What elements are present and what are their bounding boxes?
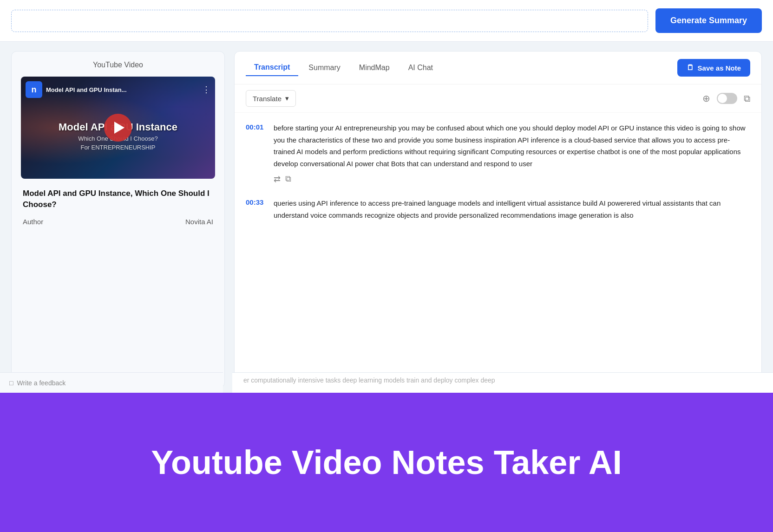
bottom-transcript-partial: er computationally intensive tasks deep … — [232, 372, 773, 393]
right-panel-header: Transcript Summary MindMap AI Chat 🗒 Sav… — [235, 52, 761, 84]
main-content: YouTube Video n Model API and GPU Instan… — [0, 42, 773, 397]
left-panel: YouTube Video n Model API and GPU Instan… — [11, 51, 225, 388]
video-top-title: Model API and GPU Instan... — [46, 86, 198, 93]
top-bar: https://www.youtube.com/watch?v=XKw8CgC5… — [0, 0, 773, 42]
translate-chevron-icon: ▾ — [285, 94, 289, 103]
tabs-row: Transcript Summary MindMap AI Chat — [246, 59, 441, 76]
video-menu-dots-icon[interactable]: ⋮ — [202, 84, 210, 95]
promo-banner: Youtube Video Notes Taker AI — [0, 393, 773, 532]
toolbar-right: ⊕ ⧉ — [702, 93, 750, 104]
url-input-wrapper[interactable]: https://www.youtube.com/watch?v=XKw8CgC5… — [11, 10, 648, 32]
transcript-time-1[interactable]: 00:01 — [246, 123, 264, 184]
video-title: Model API and GPU Instance, Which One Sh… — [23, 188, 213, 210]
translate-label: Translate — [253, 95, 282, 103]
tab-ai-chat[interactable]: AI Chat — [400, 60, 441, 76]
save-note-label: Save as Note — [698, 64, 741, 72]
transcript-text-1: before starting your AI entrepreneurship… — [274, 122, 750, 169]
url-input[interactable]: https://www.youtube.com/watch?v=XKw8CgC5… — [20, 17, 639, 25]
translate-button[interactable]: Translate ▾ — [246, 90, 296, 107]
video-author-row: Author Novita AI — [23, 218, 213, 226]
author-label: Author — [23, 218, 43, 226]
transcript-actions-1: ⇄ ⧉ — [274, 174, 750, 184]
tab-summary[interactable]: Summary — [300, 60, 348, 76]
feedback-icon: □ — [9, 379, 13, 387]
tab-mindmap[interactable]: MindMap — [351, 60, 398, 76]
left-panel-title: YouTube Video — [21, 61, 215, 69]
generate-summary-button[interactable]: Generate Summary — [655, 8, 762, 33]
video-logo: n — [26, 81, 42, 98]
save-note-button[interactable]: 🗒 Save as Note — [677, 59, 750, 77]
transcript-text-wrapper-1: before starting your AI entrepreneurship… — [274, 122, 750, 184]
feedback-label[interactable]: Write a feedback — [17, 379, 66, 387]
toggle-switch[interactable] — [717, 93, 737, 104]
tab-transcript[interactable]: Transcript — [246, 59, 298, 76]
transcript-content: 00:01 before starting your AI entreprene… — [235, 113, 761, 388]
copy-segment-icon[interactable]: ⧉ — [285, 174, 291, 184]
target-icon[interactable]: ⊕ — [702, 93, 710, 104]
video-subtitle-2: For ENTREPRENEURSHIP — [21, 144, 215, 151]
copy-icon[interactable]: ⧉ — [744, 93, 750, 104]
right-panel-toolbar: Translate ▾ ⊕ ⧉ — [235, 84, 761, 113]
author-name: Novita AI — [185, 218, 213, 226]
transcript-text-2: queries using API inference to access pr… — [274, 197, 750, 221]
transcript-entry-2: 00:33 queries using API inference to acc… — [246, 197, 750, 221]
right-panel: Transcript Summary MindMap AI Chat 🗒 Sav… — [234, 51, 762, 388]
video-info: Model API and GPU Instance, Which One Sh… — [21, 188, 215, 226]
translate-segment-icon[interactable]: ⇄ — [274, 174, 281, 184]
video-top-bar: n Model API and GPU Instan... ⋮ — [26, 81, 210, 98]
promo-title: Youtube Video Notes Taker AI — [151, 443, 622, 481]
video-thumbnail[interactable]: n Model API and GPU Instan... ⋮ Model AP… — [21, 77, 215, 179]
transcript-entry-1: 00:01 before starting your AI entreprene… — [246, 122, 750, 184]
save-note-icon: 🗒 — [687, 64, 694, 72]
feedback-bar: □ Write a feedback — [0, 372, 223, 393]
transcript-time-2[interactable]: 00:33 — [246, 198, 264, 221]
toggle-knob — [718, 94, 727, 103]
transcript-text-wrapper-2: queries using API inference to access pr… — [274, 197, 750, 221]
play-button[interactable] — [104, 114, 132, 142]
